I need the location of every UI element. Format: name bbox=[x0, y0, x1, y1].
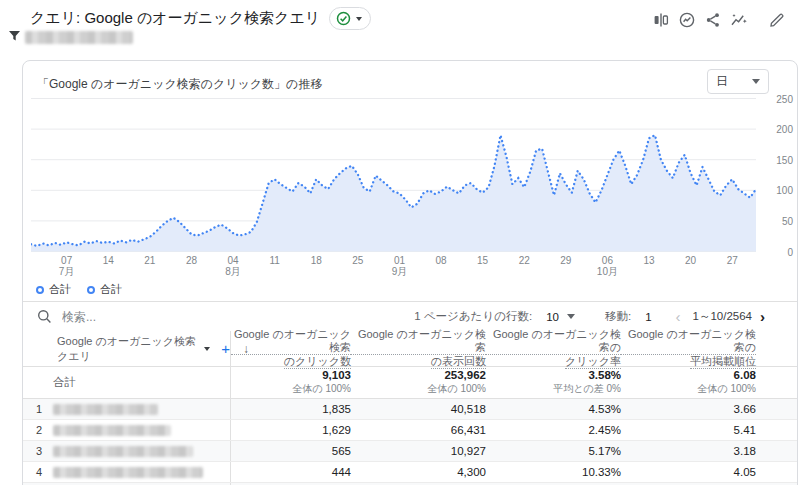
x-tick-label: 20 bbox=[685, 255, 696, 266]
totals-cell: 3.58%平均との差 0% bbox=[486, 367, 621, 398]
rows-per-page-value[interactable]: 10 bbox=[546, 311, 559, 323]
pagination-range: 1～10/2564 bbox=[693, 309, 752, 324]
table-row[interactable]: 44444,30010.33%4.05 bbox=[23, 462, 797, 483]
sort-descending-icon[interactable]: ↓ bbox=[243, 342, 249, 356]
series-area bbox=[31, 135, 756, 251]
interval-select[interactable]: 日 bbox=[707, 69, 769, 94]
metric-cell: 4,300 bbox=[351, 462, 486, 482]
query-text-redacted bbox=[53, 425, 171, 436]
explore-icon bbox=[730, 11, 748, 29]
edit-pencil-icon bbox=[768, 11, 786, 29]
metric-cell: 5.17% bbox=[486, 441, 621, 461]
metric-cell: 10.33% bbox=[486, 462, 621, 482]
chart-title: 「Google のオーガニック検索のクリック数」の推移 bbox=[37, 76, 322, 93]
explore-button[interactable] bbox=[728, 9, 750, 31]
x-tick-label: 25 bbox=[352, 255, 363, 266]
comparison-icon bbox=[652, 11, 670, 29]
query-cell bbox=[47, 404, 230, 415]
legend-label: 合計 bbox=[100, 282, 122, 297]
page-title: クエリ: Google のオーガニック検索クエリ bbox=[30, 9, 320, 28]
totals-subtext: 全体の 100% bbox=[292, 382, 351, 396]
metric-cell: 1,835 bbox=[230, 399, 351, 419]
totals-cell: 253,962全体の 100% bbox=[351, 367, 486, 398]
metric-header-label: Google のオーガニック検索のクリック率 bbox=[486, 328, 621, 369]
metric-cell: 3.18 bbox=[621, 441, 756, 461]
report-header: クエリ: Google のオーガニック検索クエリ bbox=[30, 7, 371, 30]
totals-cell: 6.08全体の 100% bbox=[621, 367, 756, 398]
y-tick-label: 50 bbox=[782, 215, 793, 226]
y-tick-label: 0 bbox=[787, 246, 793, 257]
filter-funnel-icon bbox=[8, 30, 21, 44]
insights-icon bbox=[678, 11, 696, 29]
query-table: Google のオーガニック検索クエリ + ↓Google のオーガニック検索の… bbox=[23, 331, 797, 485]
search-input[interactable] bbox=[60, 309, 240, 325]
totals-subtext: 全体の 100% bbox=[697, 382, 756, 396]
metric-header[interactable]: Google のオーガニック検索の平均掲載順位 bbox=[621, 331, 756, 366]
next-page-button[interactable]: › bbox=[758, 309, 767, 324]
chevron-down-icon[interactable] bbox=[567, 314, 575, 319]
metric-cell: 10,927 bbox=[351, 441, 486, 461]
metric-cell: 4.05 bbox=[621, 462, 756, 482]
report-toolbar bbox=[650, 9, 788, 31]
add-dimension-button[interactable]: + bbox=[221, 341, 230, 356]
report-card: 「Google のオーガニック検索のクリック数」の推移 日 0501001502… bbox=[22, 60, 798, 485]
filter-chip-redacted[interactable] bbox=[25, 31, 133, 44]
interval-value: 日 bbox=[716, 73, 728, 90]
goto-value[interactable]: 1 bbox=[645, 311, 651, 323]
totals-row: 合計 9,103全体の 100%253,962全体の 100%3.58%平均との… bbox=[23, 367, 797, 399]
totals-subtext: 全体の 100% bbox=[427, 382, 486, 396]
table-row[interactable]: 21,62966,4312.45%5.41 bbox=[23, 420, 797, 441]
filter-chip-row bbox=[8, 30, 133, 44]
x-tick-label: 048月 bbox=[225, 255, 241, 277]
legend-item[interactable]: 合計 bbox=[36, 282, 71, 297]
metric-header[interactable]: Google のオーガニック検索のクリック率 bbox=[486, 331, 621, 366]
metric-cell: 444 bbox=[230, 462, 351, 482]
metric-header[interactable]: ↓Google のオーガニック検索のクリック数 bbox=[230, 331, 351, 366]
metric-cell: 1,629 bbox=[230, 420, 351, 440]
chevron-down-icon[interactable] bbox=[204, 347, 210, 351]
x-tick-label: 28 bbox=[186, 255, 197, 266]
row-number: 3 bbox=[31, 445, 47, 457]
y-tick-label: 150 bbox=[776, 154, 793, 165]
x-tick-label: 11 bbox=[269, 255, 279, 266]
search-icon bbox=[37, 309, 52, 324]
chart-plot-area[interactable] bbox=[31, 98, 756, 252]
query-cell bbox=[47, 425, 230, 436]
x-tick-label: 14 bbox=[103, 255, 114, 266]
data-quality-badge[interactable] bbox=[329, 7, 371, 30]
table-row[interactable]: 11,83540,5184.53%3.66 bbox=[23, 399, 797, 420]
table-controls-row: 1 ページあたりの行数: 10 移動: 1 ‹ 1～10/2564 › bbox=[23, 301, 797, 331]
metric-header-label: Google のオーガニック検索の平均掲載順位 bbox=[621, 328, 756, 369]
dimension-header[interactable]: Google のオーガニック検索クエリ + bbox=[47, 334, 230, 364]
chart-legend: 合計合計 bbox=[36, 282, 122, 297]
row-number: 2 bbox=[31, 424, 47, 436]
chevron-down-icon bbox=[356, 17, 362, 21]
prev-page-button[interactable]: ‹ bbox=[674, 309, 683, 324]
edit-button[interactable] bbox=[766, 9, 788, 31]
comparison-button[interactable] bbox=[650, 9, 672, 31]
legend-ring-icon bbox=[36, 286, 44, 294]
metric-header-label: Google のオーガニック検索のクリック数 bbox=[231, 328, 351, 369]
table-row[interactable]: 356510,9275.17%3.18 bbox=[23, 441, 797, 462]
x-tick-label: 0610月 bbox=[597, 255, 618, 277]
row-number: 4 bbox=[31, 466, 47, 478]
search-box bbox=[23, 309, 240, 325]
x-axis-labels: 077月142128048月111825019月081522290610月132… bbox=[31, 255, 756, 281]
x-tick-label: 21 bbox=[144, 255, 155, 266]
y-tick-label: 250 bbox=[776, 93, 793, 104]
query-text-redacted bbox=[53, 404, 158, 415]
query-text-redacted bbox=[53, 467, 203, 478]
metric-cell: 40,518 bbox=[351, 399, 486, 419]
share-icon bbox=[704, 11, 722, 29]
insights-button[interactable] bbox=[676, 9, 698, 31]
x-tick-label: 13 bbox=[643, 255, 654, 266]
x-tick-label: 077月 bbox=[59, 255, 75, 277]
share-button[interactable] bbox=[702, 9, 724, 31]
metric-cell: 3.66 bbox=[621, 399, 756, 419]
legend-item[interactable]: 合計 bbox=[87, 282, 122, 297]
totals-value: 253,962 bbox=[444, 369, 486, 381]
check-circle-icon bbox=[336, 11, 351, 26]
metric-header[interactable]: Google のオーガニック検索の表示回数 bbox=[351, 331, 486, 366]
metric-cell: 2.45% bbox=[486, 420, 621, 440]
totals-value: 3.58% bbox=[588, 369, 621, 381]
